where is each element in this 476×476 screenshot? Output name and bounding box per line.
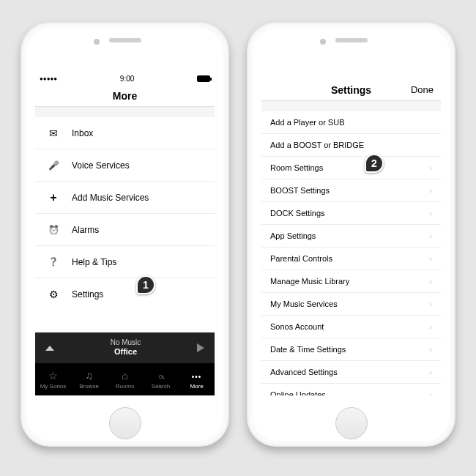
chevron-right-icon: › (429, 368, 432, 376)
settings-row-parental-controls[interactable]: Parental Controls› (261, 248, 441, 270)
now-playing-info: No Music Office (54, 338, 197, 357)
settings-row-my-music-services[interactable]: My Music Services› (261, 293, 441, 316)
settings-row-room-settings[interactable]: Room Settings› (261, 157, 441, 179)
signal-dots: ●●●●● (40, 75, 57, 82)
more-row-help-tips[interactable]: Help & Tips (35, 246, 215, 278)
more-list: Inbox Voice Services Add Music Services … (35, 107, 215, 332)
play-icon[interactable] (197, 343, 204, 352)
row-label: Sonos Account (270, 322, 324, 331)
tab-bar: My Sonos Browse Rooms Search More (35, 363, 215, 395)
chevron-right-icon: › (429, 345, 432, 354)
home-button[interactable] (109, 407, 141, 439)
more-row-settings[interactable]: Settings (35, 278, 215, 310)
chevron-up-icon (45, 346, 54, 351)
settings-list: Add a Player or SUBAdd a BOOST or BRIDGE… (261, 101, 441, 395)
screen-more: ●●●●● 9:00 More Inbox Voice Services (35, 72, 215, 395)
settings-row-app-settings[interactable]: App Settings› (261, 225, 441, 248)
tab-label: Rooms (116, 383, 134, 390)
row-label: App Settings (270, 231, 316, 240)
step-badge-2: 2 (365, 154, 384, 173)
now-playing-bar[interactable]: No Music Office (35, 332, 215, 363)
settings-row-add-a-player-or-sub[interactable]: Add a Player or SUB (261, 111, 441, 134)
tab-more[interactable]: More (179, 363, 215, 395)
tab-label: My Sonos (40, 383, 67, 390)
row-label: DOCK Settings (270, 209, 325, 217)
settings-row-add-a-boost-or-bridge[interactable]: Add a BOOST or BRIDGE (261, 134, 441, 157)
screen-settings: Settings Done Add a Player or SUBAdd a B… (261, 72, 441, 395)
home-button[interactable] (335, 407, 368, 439)
settings-row-advanced-settings[interactable]: Advanced Settings› (261, 361, 441, 384)
chevron-right-icon: › (429, 254, 432, 263)
tab-label: More (190, 383, 203, 390)
page-title: Settings (331, 84, 371, 96)
phone-frame: ●●●●● 9:00 More Inbox Voice Services (26, 28, 223, 441)
chevron-right-icon: › (429, 186, 432, 195)
status-bar: ●●●●● 9:00 (35, 72, 215, 85)
list-spacer (261, 101, 441, 111)
done-button[interactable]: Done (411, 84, 434, 95)
status-bar (261, 72, 441, 79)
status-time: 9:00 (120, 75, 134, 83)
row-label: Alarms (72, 225, 99, 235)
chevron-right-icon: › (429, 209, 432, 217)
camera-dot (320, 39, 326, 45)
tab-search[interactable]: Search (143, 363, 179, 395)
search-icon (158, 370, 163, 382)
settings-row-sonos-account[interactable]: Sonos Account› (261, 316, 441, 338)
chevron-right-icon: › (429, 163, 432, 172)
now-playing-room: Office (54, 347, 197, 357)
more-row-add-music-services[interactable]: Add Music Services (35, 182, 215, 214)
more-row-voice-services[interactable]: Voice Services (35, 149, 215, 182)
row-label: Online Updates (270, 390, 326, 395)
row-label: Add Music Services (72, 193, 149, 203)
row-label: Date & Time Settings (270, 345, 346, 354)
row-label: Voice Services (72, 160, 130, 171)
more-icon (192, 370, 202, 382)
page-title: More (113, 90, 137, 102)
now-playing-status: No Music (54, 338, 197, 347)
tab-browse[interactable]: Browse (71, 363, 107, 395)
row-label: BOOST Settings (270, 186, 330, 195)
row-label: Help & Tips (72, 257, 116, 267)
plus-icon (45, 191, 62, 204)
settings-row-online-updates[interactable]: Online Updates› (261, 384, 441, 395)
chevron-right-icon: › (429, 390, 432, 395)
more-row-inbox[interactable]: Inbox (35, 117, 215, 149)
rooms-icon (122, 370, 127, 382)
row-label: Advanced Settings (270, 368, 338, 376)
note-icon (85, 370, 93, 382)
tab-label: Search (152, 383, 170, 390)
mic-icon (45, 160, 62, 171)
settings-row-boost-settings[interactable]: BOOST Settings› (261, 179, 441, 202)
navbar: Settings Done (261, 79, 441, 101)
gear-icon (45, 289, 62, 300)
step-badge-1: 1 (136, 275, 155, 294)
tab-rooms[interactable]: Rooms (107, 363, 143, 395)
settings-row-manage-music-library[interactable]: Manage Music Library› (261, 270, 441, 293)
settings-row-date-time-settings[interactable]: Date & Time Settings› (261, 338, 441, 361)
row-label: Parental Controls (270, 254, 332, 263)
row-label: Room Settings (270, 163, 323, 172)
help-icon (45, 257, 62, 267)
tab-my-sonos[interactable]: My Sonos (35, 363, 71, 395)
row-label: My Music Services (270, 300, 338, 308)
tab-label: Browse (79, 383, 99, 390)
alarm-icon (45, 225, 62, 235)
star-icon (48, 370, 58, 382)
phone-frame: Settings Done Add a Player or SUBAdd a B… (253, 28, 450, 441)
phone-left: ●●●●● 9:00 More Inbox Voice Services (21, 22, 229, 447)
row-label: Add a BOOST or BRIDGE (270, 141, 364, 149)
chevron-right-icon: › (429, 322, 432, 331)
speaker-slit (109, 38, 141, 42)
row-label: Inbox (72, 128, 93, 138)
battery-icon (197, 75, 210, 82)
chevron-right-icon: › (429, 300, 432, 308)
settings-row-dock-settings[interactable]: DOCK Settings› (261, 202, 441, 225)
row-label: Settings (72, 289, 103, 300)
list-spacer (35, 107, 215, 117)
inbox-icon (45, 127, 62, 139)
navbar: More (35, 85, 215, 107)
chevron-right-icon: › (429, 277, 432, 286)
camera-dot (94, 39, 100, 45)
more-row-alarms[interactable]: Alarms (35, 214, 215, 246)
